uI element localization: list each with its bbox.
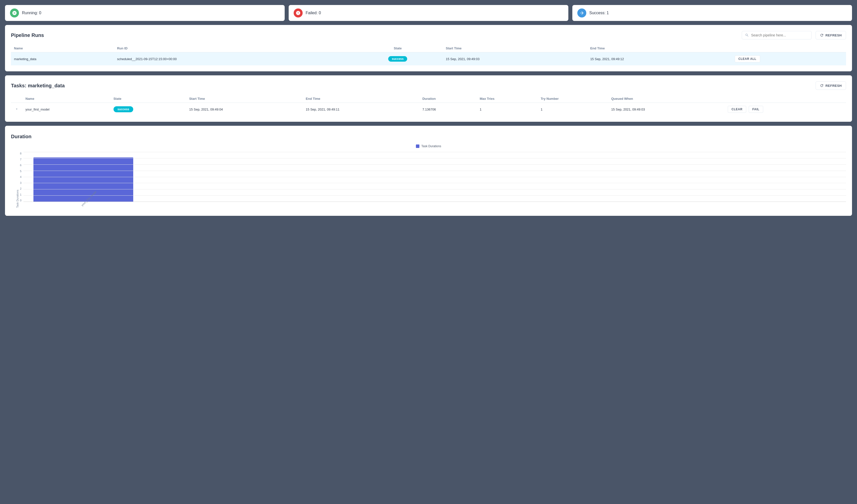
task-max-tries: 1 <box>477 103 538 116</box>
chart-area: your_first_model <box>23 152 846 208</box>
pipeline-runs-header: Pipeline Runs REFRESH <box>11 31 846 39</box>
task-col-name: Name <box>22 95 111 103</box>
y-val-3: 3 <box>20 181 21 184</box>
failed-label: Failed: 0 <box>306 11 321 15</box>
run-start-time: 15 Sep, 2021, 09:49:03 <box>443 52 587 66</box>
y-val-4: 4 <box>20 175 21 179</box>
task-duration: 7.136706 <box>419 103 477 116</box>
duration-section: Duration Task Durations Task Durations 8… <box>11 132 846 210</box>
task-col-expand <box>11 95 22 103</box>
run-end-time: 15 Sep, 2021, 09:49:12 <box>587 52 732 66</box>
chevron-down-button[interactable] <box>14 106 19 113</box>
duration-title: Duration <box>11 134 846 139</box>
run-state: success <box>353 52 442 66</box>
task-col-max-tries: Max Tries <box>477 95 538 103</box>
col-name: Name <box>11 45 114 52</box>
task-col-state: State <box>111 95 186 103</box>
tasks-header: Tasks: marketing_data REFRESH <box>11 81 846 90</box>
run-actions: CLEAR ALL <box>732 52 846 66</box>
bar-group <box>33 152 133 202</box>
col-end-time: End Time <box>587 45 732 52</box>
task-col-try-number: Try Number <box>538 95 608 103</box>
running-icon <box>10 9 19 17</box>
col-actions <box>732 45 846 52</box>
pipeline-runs-panel: Pipeline Runs REFRESH Name Run ID State <box>5 25 852 71</box>
tasks-panel: Tasks: marketing_data REFRESH Name State… <box>5 75 852 122</box>
chart-bar <box>33 157 133 202</box>
tasks-refresh-label: REFRESH <box>825 84 842 88</box>
col-start-time: Start Time <box>443 45 587 52</box>
chart-legend: Task Durations <box>11 145 846 148</box>
refresh-icon <box>820 33 824 37</box>
y-val-2: 2 <box>20 187 21 190</box>
chevron-down-icon <box>15 107 18 111</box>
running-label: Running: 0 <box>22 11 41 15</box>
task-col-end-time: End Time <box>303 95 419 103</box>
y-val-0: 0 <box>20 199 21 202</box>
task-clear-button[interactable]: CLEAR <box>728 106 746 113</box>
pipeline-run-row: marketing_data scheduled__2021-09-15T12:… <box>11 52 846 66</box>
run-id: scheduled__2021-09-15T12:15:00+00:00 <box>114 52 353 66</box>
chart-wrapper: Task Durations 8 7 6 5 4 3 2 1 0 <box>16 152 846 208</box>
running-status-card: Running: 0 <box>5 5 285 21</box>
y-val-1: 1 <box>20 193 21 196</box>
y-val-7: 7 <box>20 158 21 161</box>
task-fail-button[interactable]: FAIL <box>749 106 763 113</box>
y-val-6: 6 <box>20 164 21 167</box>
status-bar: Running: 0 Failed: 0 Success: 1 <box>5 5 852 21</box>
task-col-duration: Duration <box>419 95 477 103</box>
tasks-title: Tasks: marketing_data <box>11 83 65 88</box>
task-col-start-time: Start Time <box>186 95 303 103</box>
task-name: your_first_model <box>22 103 111 116</box>
x-axis-labels: your_first_model <box>23 204 846 208</box>
task-state: success <box>111 103 186 116</box>
success-icon <box>577 9 586 17</box>
y-val-8: 8 <box>20 152 21 155</box>
pipeline-runs-table: Name Run ID State Start Time End Time ma… <box>11 45 846 65</box>
y-axis-values: 8 7 6 5 4 3 2 1 0 <box>20 152 23 202</box>
tasks-table: Name State Start Time End Time Duration … <box>11 95 846 116</box>
state-badge: success <box>388 56 407 62</box>
task-col-queued-when: Queued When <box>608 95 725 103</box>
search-input[interactable] <box>751 33 808 37</box>
col-state: State <box>353 45 442 52</box>
search-icon <box>745 33 749 37</box>
task-expand <box>11 103 22 116</box>
failed-icon <box>293 9 303 17</box>
task-row: your_first_model success 15 Sep, 2021, 0… <box>11 103 846 116</box>
pipeline-runs-header-row: Name Run ID State Start Time End Time <box>11 45 846 52</box>
bars-area <box>23 152 846 202</box>
legend-label: Task Durations <box>421 145 441 148</box>
tasks-refresh-button[interactable]: REFRESH <box>816 81 846 90</box>
pipeline-refresh-label: REFRESH <box>825 33 842 37</box>
success-status-card: Success: 1 <box>572 5 852 21</box>
task-actions: CLEAR FAIL <box>725 103 846 116</box>
duration-panel: Duration Task Durations Task Durations 8… <box>5 126 852 216</box>
success-label: Success: 1 <box>589 11 609 15</box>
legend-color-box <box>416 145 419 148</box>
y-val-5: 5 <box>20 170 21 173</box>
pipeline-runs-controls: REFRESH <box>742 31 846 39</box>
task-end-time: 15 Sep, 2021, 09:49:11 <box>303 103 419 116</box>
task-state-badge: success <box>114 106 133 112</box>
pipeline-search-box[interactable] <box>742 31 811 39</box>
task-col-actions <box>725 95 846 103</box>
y-axis-label: Task Durations <box>16 152 19 208</box>
task-start-time: 15 Sep, 2021, 09:49:04 <box>186 103 303 116</box>
task-queued-when: 15 Sep, 2021, 09:49:03 <box>608 103 725 116</box>
task-try-number: 1 <box>538 103 608 116</box>
col-run-id: Run ID <box>114 45 353 52</box>
tasks-header-row: Name State Start Time End Time Duration … <box>11 95 846 103</box>
run-name: marketing_data <box>11 52 114 66</box>
pipeline-refresh-button[interactable]: REFRESH <box>816 31 846 39</box>
tasks-refresh-icon <box>820 84 824 88</box>
clear-all-button[interactable]: CLEAR ALL <box>735 55 760 62</box>
failed-status-card: Failed: 0 <box>289 5 568 21</box>
pipeline-runs-title: Pipeline Runs <box>11 32 44 38</box>
